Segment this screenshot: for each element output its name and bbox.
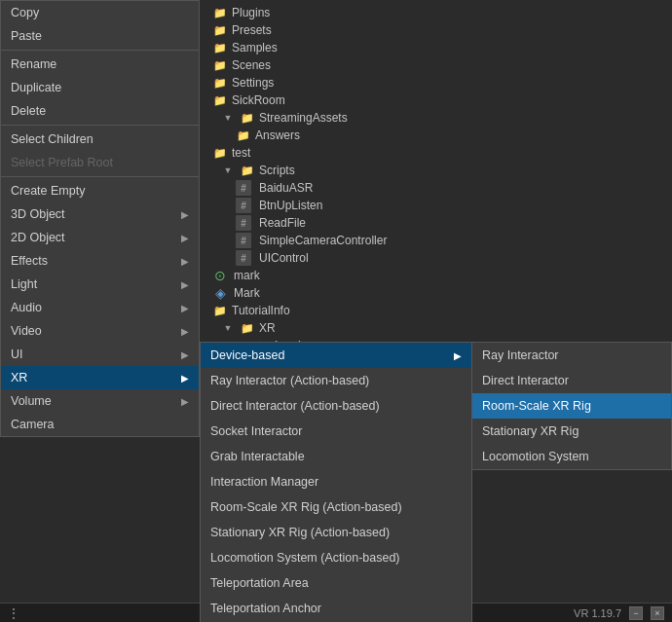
locomotion-system-menu-item[interactable]: Locomotion System — [472, 444, 671, 469]
direct-interactor-menu-item[interactable]: Direct Interactor — [472, 368, 671, 393]
folder-icon: 📁 — [212, 303, 228, 318]
mark-blue-icon: ◈ — [212, 285, 228, 301]
tree-item: 📁 test — [205, 144, 672, 162]
arrow-icon: ▶ — [181, 303, 189, 313]
folder-icon: 📁 — [236, 128, 251, 143]
room-scale-xr-rig-menu-item[interactable]: Room-Scale XR Rig — [472, 393, 671, 419]
tree-item: ▼ 📁 Scripts — [205, 162, 672, 179]
version-text: VR 1.19.7 — [574, 607, 621, 619]
arrow-icon: ▶ — [181, 279, 189, 290]
folder-icon: 📁 — [212, 40, 228, 55]
camera-menu-item[interactable]: Camera — [1, 413, 199, 436]
teleportation-area-menu-item[interactable]: Teleportation Area — [201, 570, 471, 596]
grab-interactable-menu-item[interactable]: Grab Interactable — [201, 444, 471, 469]
minimize-button[interactable]: − — [629, 606, 643, 620]
ui-menu-item[interactable]: UI ▶ — [1, 343, 199, 366]
tree-item: ⊙ mark — [205, 267, 672, 284]
tree-item: 📁 Scenes — [205, 56, 672, 74]
cs-icon: # — [236, 180, 251, 196]
folder-icon: 📁 — [212, 57, 228, 73]
tree-item: # ReadFile — [205, 214, 672, 232]
socket-interactor-menu-item[interactable]: Socket Interactor — [201, 419, 471, 444]
divider — [1, 125, 199, 126]
cs-icon: # — [236, 233, 251, 248]
divider — [1, 176, 199, 177]
tree-item: 📁 Answers — [205, 127, 672, 144]
effects-menu-item[interactable]: Effects ▶ — [1, 249, 199, 273]
ray-interactor-menu-item[interactable]: Ray Interactor — [472, 343, 671, 368]
tree-item: 📁 Presets — [205, 21, 672, 39]
folder-icon: 📁 — [212, 92, 228, 108]
video-menu-item[interactable]: Video ▶ — [1, 319, 199, 343]
teleportation-anchor-menu-item[interactable]: Teleportation Anchor — [201, 596, 471, 621]
device-based-menu-item[interactable]: Device-based ▶ — [201, 343, 471, 368]
audio-menu-item[interactable]: Audio ▶ — [1, 296, 199, 319]
context-menu-device-based: Ray Interactor Direct Interactor Room-Sc… — [471, 342, 672, 470]
tree-item: ▼ 📁 StreamingAssets — [205, 109, 672, 127]
stationary-xr-rig-menu-item[interactable]: Stationary XR Rig — [472, 419, 671, 444]
tree-item: ◈ Mark — [205, 284, 672, 302]
duplicate-menu-item[interactable]: Duplicate — [1, 76, 199, 99]
three-dot-icon[interactable]: ⋮ — [8, 606, 19, 620]
folder-icon: 📁 — [212, 75, 228, 91]
select-children-menu-item[interactable]: Select Children — [1, 128, 199, 151]
expand-icon: ▼ — [220, 163, 236, 178]
stationary-xr-rig-action-menu-item[interactable]: Stationary XR Rig (Action-based) — [201, 520, 471, 545]
close-button[interactable]: × — [651, 606, 664, 620]
tree-item: 📁 TutorialInfo — [205, 302, 672, 319]
tree-item: 📁 Plugins — [205, 4, 672, 21]
interaction-manager-menu-item[interactable]: Interaction Manager — [201, 469, 471, 494]
copy-menu-item[interactable]: Copy — [1, 1, 199, 24]
cs-icon: # — [236, 215, 251, 231]
3d-object-menu-item[interactable]: 3D Object ▶ — [1, 202, 199, 226]
cs-icon: # — [236, 198, 251, 213]
context-menu-main: Copy Paste Rename Duplicate Delete Selec… — [0, 0, 200, 437]
folder-icon: 📁 — [212, 22, 228, 38]
tree-item: # SimpleCameraController — [205, 232, 672, 249]
locomotion-system-action-menu-item[interactable]: Locomotion System (Action-based) — [201, 545, 471, 570]
folder-icon: 📁 — [240, 110, 255, 126]
room-scale-xr-rig-action-menu-item[interactable]: Room-Scale XR Rig (Action-based) — [201, 494, 471, 520]
tree-item: # UIControl — [205, 249, 672, 267]
delete-menu-item[interactable]: Delete — [1, 99, 199, 123]
ray-interactor-action-menu-item[interactable]: Ray Interactor (Action-based) — [201, 368, 471, 393]
tree-item: ▼ 📁 XR — [205, 319, 672, 337]
expand-icon: ▼ — [220, 320, 236, 336]
expand-icon: ▼ — [220, 110, 236, 126]
arrow-icon: ▶ — [181, 396, 189, 407]
folder-icon: 📁 — [212, 5, 228, 20]
arrow-icon: ▶ — [181, 209, 189, 220]
arrow-icon: ▶ — [454, 350, 462, 361]
light-menu-item[interactable]: Light ▶ — [1, 273, 199, 296]
arrow-icon: ▶ — [181, 373, 189, 384]
create-empty-menu-item[interactable]: Create Empty — [1, 179, 199, 202]
arrow-icon: ▶ — [181, 349, 189, 360]
mark-green-icon: ⊙ — [212, 268, 228, 283]
folder-icon: 📁 — [240, 320, 255, 336]
2d-object-menu-item[interactable]: 2D Object ▶ — [1, 226, 199, 249]
volume-menu-item[interactable]: Volume ▶ — [1, 389, 199, 413]
tree-item: # BtnUpListen — [205, 197, 672, 214]
cs-icon: # — [236, 250, 251, 266]
folder-icon: 📁 — [240, 163, 255, 178]
divider — [1, 50, 199, 51]
tree-item: 📁 Settings — [205, 74, 672, 91]
tree-item: # BaiduASR — [205, 179, 672, 197]
arrow-icon: ▶ — [181, 256, 189, 267]
select-prefab-root-menu-item: Select Prefab Root — [1, 151, 199, 174]
paste-menu-item[interactable]: Paste — [1, 24, 199, 48]
folder-icon: 📁 — [212, 145, 228, 161]
rename-menu-item[interactable]: Rename — [1, 53, 199, 76]
tree-item: 📁 SickRoom — [205, 91, 672, 109]
arrow-icon: ▶ — [181, 233, 189, 243]
direct-interactor-action-menu-item[interactable]: Direct Interactor (Action-based) — [201, 393, 471, 419]
context-menu-xr: Device-based ▶ Ray Interactor (Action-ba… — [200, 342, 472, 622]
arrow-icon: ▶ — [181, 326, 189, 337]
xr-menu-item[interactable]: XR ▶ — [1, 366, 199, 389]
tree-item: 📁 Samples — [205, 39, 672, 56]
